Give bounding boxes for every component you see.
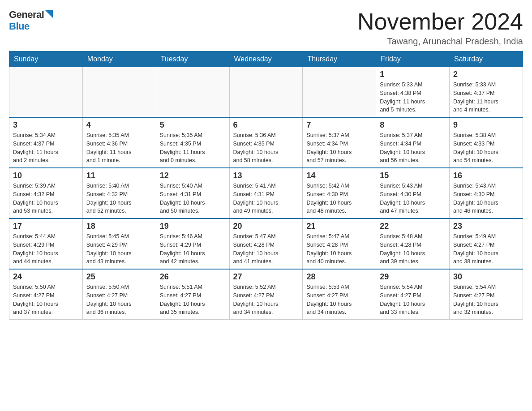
- day-info: Sunrise: 5:43 AMSunset: 4:30 PMDaylight:…: [380, 182, 446, 215]
- calendar-cell: 18Sunrise: 5:45 AMSunset: 4:29 PMDayligh…: [82, 218, 156, 269]
- day-info: Sunrise: 5:49 AMSunset: 4:27 PMDaylight:…: [453, 232, 519, 266]
- day-number: 14: [306, 171, 372, 180]
- calendar-cell: 26Sunrise: 5:51 AMSunset: 4:27 PMDayligh…: [156, 269, 229, 320]
- day-info: Sunrise: 5:40 AMSunset: 4:32 PMDaylight:…: [86, 182, 152, 215]
- logo-arrow-icon: [45, 10, 53, 18]
- calendar-cell: [9, 67, 83, 118]
- day-number: 11: [86, 171, 152, 180]
- calendar-header-monday: Monday: [82, 51, 156, 67]
- day-number: 1: [380, 70, 446, 79]
- day-number: 12: [160, 171, 226, 180]
- day-info: Sunrise: 5:47 AMSunset: 4:28 PMDaylight:…: [306, 232, 372, 266]
- calendar-cell: 13Sunrise: 5:41 AMSunset: 4:31 PMDayligh…: [229, 168, 303, 218]
- day-number: 5: [160, 120, 226, 130]
- calendar-cell: 25Sunrise: 5:50 AMSunset: 4:27 PMDayligh…: [82, 269, 156, 320]
- calendar-cell: 7Sunrise: 5:37 AMSunset: 4:34 PMDaylight…: [303, 117, 376, 168]
- calendar-cell: 22Sunrise: 5:48 AMSunset: 4:28 PMDayligh…: [376, 218, 450, 269]
- day-info: Sunrise: 5:34 AMSunset: 4:37 PMDaylight:…: [13, 131, 79, 165]
- day-number: 19: [160, 222, 226, 231]
- day-number: 4: [86, 120, 152, 130]
- day-number: 15: [380, 171, 446, 180]
- day-info: Sunrise: 5:37 AMSunset: 4:34 PMDaylight:…: [306, 131, 372, 165]
- calendar-week-row: 10Sunrise: 5:39 AMSunset: 4:32 PMDayligh…: [9, 168, 523, 218]
- page-header: General Blue November 2024 Tawang, Aruna…: [9, 9, 523, 47]
- day-info: Sunrise: 5:33 AMSunset: 4:38 PMDaylight:…: [380, 81, 446, 114]
- day-number: 30: [453, 272, 519, 282]
- calendar-cell: 9Sunrise: 5:38 AMSunset: 4:33 PMDaylight…: [450, 117, 523, 168]
- day-info: Sunrise: 5:50 AMSunset: 4:27 PMDaylight:…: [86, 283, 152, 317]
- day-number: 3: [13, 120, 79, 130]
- calendar-cell: 15Sunrise: 5:43 AMSunset: 4:30 PMDayligh…: [376, 168, 450, 218]
- day-info: Sunrise: 5:41 AMSunset: 4:31 PMDaylight:…: [233, 182, 299, 215]
- calendar-cell: 20Sunrise: 5:47 AMSunset: 4:28 PMDayligh…: [229, 218, 303, 269]
- day-number: 10: [13, 171, 79, 180]
- day-info: Sunrise: 5:54 AMSunset: 4:27 PMDaylight:…: [380, 283, 446, 317]
- day-number: 6: [233, 120, 299, 130]
- month-title: November 2024: [357, 9, 523, 34]
- calendar-header-thursday: Thursday: [303, 51, 376, 67]
- calendar-week-row: 3Sunrise: 5:34 AMSunset: 4:37 PMDaylight…: [9, 117, 523, 168]
- day-number: 27: [233, 272, 299, 282]
- calendar-cell: 11Sunrise: 5:40 AMSunset: 4:32 PMDayligh…: [82, 168, 156, 218]
- calendar-header-saturday: Saturday: [450, 51, 523, 67]
- day-number: 29: [380, 272, 446, 282]
- calendar-cell: 28Sunrise: 5:53 AMSunset: 4:27 PMDayligh…: [303, 269, 376, 320]
- calendar-cell: 4Sunrise: 5:35 AMSunset: 4:36 PMDaylight…: [82, 117, 156, 168]
- day-number: 2: [453, 70, 519, 79]
- day-info: Sunrise: 5:46 AMSunset: 4:29 PMDaylight:…: [160, 232, 226, 266]
- day-info: Sunrise: 5:40 AMSunset: 4:31 PMDaylight:…: [160, 182, 226, 215]
- calendar-week-row: 1Sunrise: 5:33 AMSunset: 4:38 PMDaylight…: [9, 67, 523, 118]
- calendar-cell: 17Sunrise: 5:44 AMSunset: 4:29 PMDayligh…: [9, 218, 83, 269]
- day-info: Sunrise: 5:53 AMSunset: 4:27 PMDaylight:…: [306, 283, 372, 317]
- location-subtitle: Tawang, Arunachal Pradesh, India: [357, 36, 523, 47]
- day-info: Sunrise: 5:52 AMSunset: 4:27 PMDaylight:…: [233, 283, 299, 317]
- calendar-cell: 10Sunrise: 5:39 AMSunset: 4:32 PMDayligh…: [9, 168, 83, 218]
- day-info: Sunrise: 5:48 AMSunset: 4:28 PMDaylight:…: [380, 232, 446, 266]
- day-info: Sunrise: 5:44 AMSunset: 4:29 PMDaylight:…: [13, 232, 79, 266]
- day-info: Sunrise: 5:51 AMSunset: 4:27 PMDaylight:…: [160, 283, 226, 317]
- day-number: 25: [86, 272, 152, 282]
- calendar-cell: 3Sunrise: 5:34 AMSunset: 4:37 PMDaylight…: [9, 117, 83, 168]
- calendar-cell: 29Sunrise: 5:54 AMSunset: 4:27 PMDayligh…: [376, 269, 450, 320]
- calendar-cell: 5Sunrise: 5:35 AMSunset: 4:35 PMDaylight…: [156, 117, 229, 168]
- day-info: Sunrise: 5:35 AMSunset: 4:36 PMDaylight:…: [86, 131, 152, 165]
- day-info: Sunrise: 5:39 AMSunset: 4:32 PMDaylight:…: [13, 182, 79, 215]
- day-info: Sunrise: 5:38 AMSunset: 4:33 PMDaylight:…: [453, 131, 519, 165]
- calendar-cell: [156, 67, 229, 118]
- day-info: Sunrise: 5:54 AMSunset: 4:27 PMDaylight:…: [453, 283, 519, 317]
- day-number: 17: [13, 222, 79, 231]
- day-info: Sunrise: 5:35 AMSunset: 4:35 PMDaylight:…: [160, 131, 226, 165]
- calendar-cell: [303, 67, 376, 118]
- day-info: Sunrise: 5:47 AMSunset: 4:28 PMDaylight:…: [233, 232, 299, 266]
- day-number: 26: [160, 272, 226, 282]
- calendar-cell: 8Sunrise: 5:37 AMSunset: 4:34 PMDaylight…: [376, 117, 450, 168]
- calendar-cell: [229, 67, 303, 118]
- logo-general-text: General: [9, 9, 44, 21]
- day-info: Sunrise: 5:42 AMSunset: 4:30 PMDaylight:…: [306, 182, 372, 215]
- day-number: 20: [233, 222, 299, 231]
- day-info: Sunrise: 5:45 AMSunset: 4:29 PMDaylight:…: [86, 232, 152, 266]
- calendar-cell: 23Sunrise: 5:49 AMSunset: 4:27 PMDayligh…: [450, 218, 523, 269]
- day-number: 7: [306, 120, 372, 130]
- day-number: 16: [453, 171, 519, 180]
- calendar-header-sunday: Sunday: [9, 51, 83, 67]
- calendar-cell: 30Sunrise: 5:54 AMSunset: 4:27 PMDayligh…: [450, 269, 523, 320]
- calendar-cell: 16Sunrise: 5:43 AMSunset: 4:30 PMDayligh…: [450, 168, 523, 218]
- calendar-cell: 12Sunrise: 5:40 AMSunset: 4:31 PMDayligh…: [156, 168, 229, 218]
- calendar-cell: [82, 67, 156, 118]
- day-number: 18: [86, 222, 152, 231]
- calendar-cell: 27Sunrise: 5:52 AMSunset: 4:27 PMDayligh…: [229, 269, 303, 320]
- day-number: 21: [306, 222, 372, 231]
- calendar-cell: 24Sunrise: 5:50 AMSunset: 4:27 PMDayligh…: [9, 269, 83, 320]
- day-info: Sunrise: 5:33 AMSunset: 4:37 PMDaylight:…: [453, 81, 519, 114]
- day-number: 13: [233, 171, 299, 180]
- day-number: 9: [453, 120, 519, 130]
- calendar-header-tuesday: Tuesday: [156, 51, 229, 67]
- title-block: November 2024 Tawang, Arunachal Pradesh,…: [357, 9, 523, 47]
- day-info: Sunrise: 5:37 AMSunset: 4:34 PMDaylight:…: [380, 131, 446, 165]
- calendar-cell: 14Sunrise: 5:42 AMSunset: 4:30 PMDayligh…: [303, 168, 376, 218]
- day-number: 22: [380, 222, 446, 231]
- day-number: 28: [306, 272, 372, 282]
- day-number: 24: [13, 272, 79, 282]
- logo-blue-text: Blue: [9, 21, 30, 32]
